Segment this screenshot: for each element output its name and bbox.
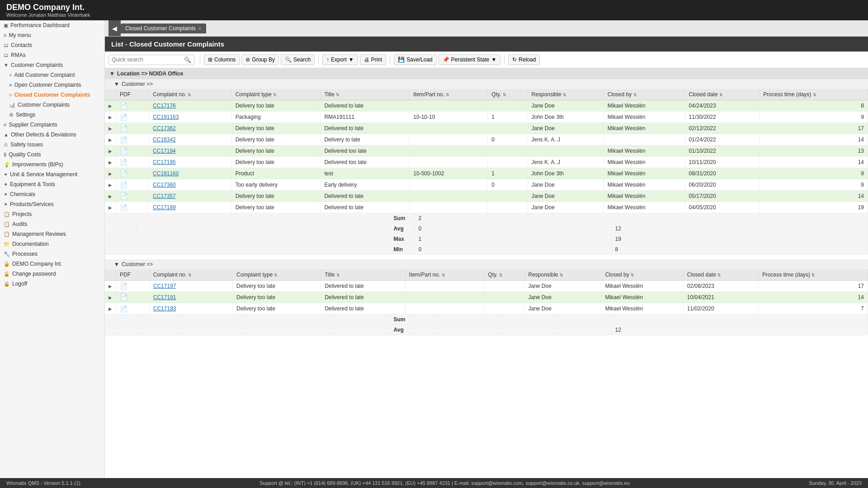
sidebar-item-open-customer-complaints[interactable]: ≡ Open Customer Complaints — [0, 80, 104, 90]
col2-item[interactable]: Item/Part no. ⇅ — [405, 269, 484, 281]
sidebar-item-contacts[interactable]: 🗂 Contacts — [0, 40, 104, 50]
sidebar-item-supplier-complaints[interactable]: ≡ Supplier Complaints — [0, 120, 104, 130]
col-item-part[interactable]: Item/Part no. ⇅ — [410, 89, 488, 100]
row-complaint-no[interactable]: CC17195 — [149, 157, 232, 168]
row-expand[interactable]: ▶ — [105, 100, 116, 112]
row-complaint-no[interactable]: CC17360 — [149, 179, 232, 191]
sidebar-item-improvements[interactable]: 💡 Improvements (BIPs) — [0, 160, 104, 169]
row-expand[interactable]: ▶ — [105, 303, 116, 314]
col-title[interactable]: Title ⇅ — [321, 89, 410, 100]
sidebar-item-documentation[interactable]: 📁 Documentation — [0, 239, 104, 249]
row-complaint-no[interactable]: CC17197 — [149, 281, 232, 292]
print-button[interactable]: 🖨 Print — [360, 54, 387, 65]
col2-type[interactable]: Complaint type ⇅ — [233, 269, 321, 281]
location-section-header[interactable]: ▼ Location => NOIDA Office — [105, 68, 868, 79]
sidebar-item-processes[interactable]: 🔧 Processes — [0, 249, 104, 259]
row-expand[interactable]: ▶ — [105, 123, 116, 134]
save-load-button[interactable]: 💾 Save/Load — [394, 54, 436, 65]
row-pdf[interactable]: 📄 — [116, 191, 149, 202]
row-complaint-no[interactable]: CC17191 — [149, 292, 232, 303]
row-expand[interactable]: ▶ — [105, 145, 116, 157]
row-complaint-no[interactable]: CC191163 — [149, 112, 232, 123]
col-closed-by[interactable]: Closed by ⇅ — [604, 89, 685, 100]
tab-close-button[interactable]: × — [198, 26, 201, 31]
col-qty[interactable]: Qty. ⇅ — [488, 89, 528, 100]
sidebar-item-demo-company[interactable]: 🔒 DEMO Company Int. — [0, 259, 104, 269]
row-pdf[interactable]: 📄 — [116, 292, 150, 303]
sidebar-item-settings[interactable]: ⚙ Settings — [0, 110, 104, 120]
group-by-button[interactable]: ⊜ Group By — [241, 54, 279, 65]
row-complaint-no[interactable]: CC17189 — [149, 202, 232, 213]
col2-process[interactable]: Process time (days) ⇅ — [759, 269, 868, 281]
row-pdf[interactable]: 📄 — [116, 100, 149, 112]
columns-button[interactable]: ⊞ Columns — [204, 54, 240, 65]
row-complaint-no[interactable]: CC17357 — [149, 191, 232, 202]
col2-closed-by[interactable]: Closed by ⇅ — [601, 269, 683, 281]
row-expand[interactable]: ▶ — [105, 134, 116, 145]
row-expand[interactable]: ▶ — [105, 292, 116, 303]
row-expand[interactable]: ▶ — [105, 179, 116, 191]
row-expand[interactable]: ▶ — [105, 191, 116, 202]
col2-title[interactable]: Title ⇅ — [321, 269, 406, 281]
sidebar-item-rmas[interactable]: 🗂 RMAs — [0, 50, 104, 60]
row-complaint-no[interactable]: CC17183 — [149, 303, 232, 314]
col-closed-date[interactable]: Closed date ⇅ — [685, 89, 760, 100]
sidebar-item-logoff[interactable]: 🔒 Logoff — [0, 279, 104, 289]
row-pdf[interactable]: 📄 — [116, 281, 150, 292]
tab-closed-complaints[interactable]: Closed Customer Complaints × — [121, 23, 206, 33]
row-complaint-no[interactable]: CC17194 — [149, 145, 232, 157]
col-process-time[interactable]: Process time (days) ⇅ — [760, 89, 868, 100]
col2-complaint-no[interactable]: Complaint no. ⇅ — [149, 269, 232, 281]
persistent-state-button[interactable]: 📌 Persistent State ▼ — [439, 54, 501, 65]
row-pdf[interactable]: 📄 — [116, 179, 149, 191]
col-responsible[interactable]: Responsible ⇅ — [528, 89, 604, 100]
row-pdf[interactable]: 📄 — [116, 202, 149, 213]
sidebar-item-chemicals[interactable]: ✦ Chemicals — [0, 189, 104, 199]
col-complaint-no[interactable]: Complaint no. ⇅ — [149, 89, 232, 100]
col-complaint-type[interactable]: Complaint type ⇅ — [231, 89, 321, 100]
row-expand[interactable]: ▶ — [105, 168, 116, 179]
col2-qty[interactable]: Qty. ⇅ — [484, 269, 524, 281]
row-expand[interactable]: ▶ — [105, 202, 116, 213]
row-complaint-no[interactable]: CC17176 — [149, 100, 232, 112]
row-pdf[interactable]: 📄 — [116, 303, 150, 314]
row-pdf[interactable]: 📄 — [116, 112, 149, 123]
row-pdf[interactable]: 📄 — [116, 168, 149, 179]
col2-responsible[interactable]: Responsible ⇅ — [524, 269, 601, 281]
search-button[interactable]: 🔍 Search — [281, 54, 315, 65]
quick-search-box[interactable]: 🔍 — [108, 55, 194, 65]
row-expand[interactable]: ▶ — [105, 281, 116, 292]
sidebar-item-other-defects[interactable]: ▲ Other Defects & Deviations — [0, 130, 104, 140]
row-pdf[interactable]: 📄 — [116, 145, 149, 157]
sidebar-item-projects[interactable]: 📋 Projects — [0, 209, 104, 219]
sidebar-item-add-customer-complaint[interactable]: + Add Customer Complaint — [0, 70, 104, 80]
sidebar-item-quality-costs[interactable]: $ Quality Costs — [0, 150, 104, 160]
sidebar-item-unit-service[interactable]: ✦ Unit & Service Management — [0, 169, 104, 179]
sidebar-item-closed-customer-complaints[interactable]: ≡ Closed Customer Complaints — [0, 90, 104, 100]
row-expand[interactable]: ▶ — [105, 112, 116, 123]
sidebar-item-audits[interactable]: 📋 Audits — [0, 219, 104, 229]
sidebar-item-my-menu[interactable]: ≡ My menu — [0, 30, 104, 40]
row-complaint-no[interactable]: CC16342 — [149, 134, 232, 145]
col2-closed-date[interactable]: Closed date ⇅ — [683, 269, 758, 281]
sidebar-item-performance-dashboard[interactable]: ▣ Performance Dashboard — [0, 20, 104, 30]
search-magnifier-icon[interactable]: 🔍 — [184, 56, 191, 63]
customer-subsection-header-2[interactable]: ▼ Customer => — [105, 259, 868, 269]
sidebar-item-equipment-tools[interactable]: ✦ Equipment & Tools — [0, 179, 104, 189]
sidebar-item-management-reviews[interactable]: 📋 Management Reviews — [0, 229, 104, 239]
sidebar-item-change-password[interactable]: 🔒 Change password — [0, 269, 104, 279]
sidebar-toggle-button[interactable]: ◀ — [108, 20, 121, 36]
sidebar-item-customer-complaints[interactable]: ▼ Customer Complaints — [0, 60, 104, 70]
row-complaint-no[interactable]: CC191160 — [149, 168, 232, 179]
customer-subsection-header-1[interactable]: ▼ Customer => — [105, 79, 868, 89]
row-pdf[interactable]: 📄 — [116, 157, 149, 168]
row-expand[interactable]: ▶ — [105, 157, 116, 168]
reload-button[interactable]: ↻ Reload — [508, 54, 540, 65]
col2-pdf[interactable]: PDF — [116, 269, 150, 281]
row-pdf[interactable]: 📄 — [116, 134, 149, 145]
quick-search-input[interactable] — [112, 56, 184, 63]
col-pdf[interactable]: PDF — [116, 89, 149, 100]
row-pdf[interactable]: 📄 — [116, 123, 149, 134]
sidebar-item-customer-complaints-chart[interactable]: 📊 Customer Complaints — [0, 100, 104, 110]
sidebar-item-products-services[interactable]: ✦ Products/Services — [0, 199, 104, 209]
